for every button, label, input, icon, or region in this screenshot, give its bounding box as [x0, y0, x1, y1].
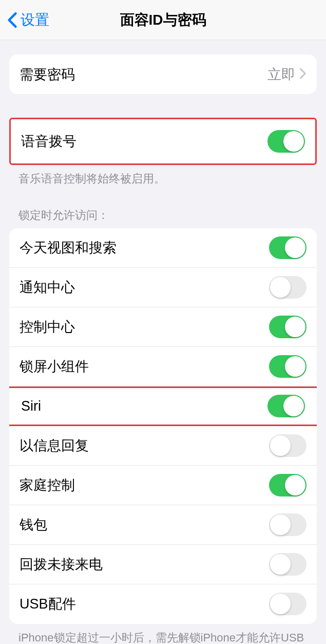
voice-dial-footer: 音乐语音控制将始终被启用。: [0, 165, 326, 187]
chevron-right-icon: [299, 68, 306, 81]
lock-access-footer: iPhone锁定超过一小时后，需先解锁iPhone才能允许USB配件连接。: [0, 624, 326, 644]
lock-access-label: 锁屏小组件: [20, 357, 269, 376]
lock-access-toggle[interactable]: [269, 236, 306, 259]
lock-access-label: 回拨未接来电: [20, 555, 269, 574]
lock-access-toggle[interactable]: [269, 513, 306, 536]
toggle-knob: [270, 554, 291, 575]
lock-access-row: 锁屏小组件: [9, 347, 317, 387]
lock-access-toggle[interactable]: [269, 434, 306, 457]
back-button[interactable]: 设置: [7, 10, 49, 30]
require-passcode-value: 立即: [267, 65, 295, 84]
lock-access-row: USB配件: [9, 584, 317, 624]
lock-access-label: 通知中心: [20, 278, 269, 297]
lock-access-label: 控制中心: [20, 318, 269, 336]
require-passcode-row[interactable]: 需要密码 立即: [9, 54, 317, 94]
voice-dial-row: 语音拨号: [11, 119, 315, 163]
lock-access-row: 钱包: [9, 505, 317, 545]
voice-dial-toggle[interactable]: [267, 130, 305, 153]
page-title: 面容ID与密码: [120, 10, 206, 30]
require-passcode-label: 需要密码: [20, 65, 267, 84]
lock-access-label: 钱包: [20, 516, 269, 534]
lock-access-row: 回拨未接来电: [9, 545, 317, 584]
lock-access-toggle[interactable]: [267, 395, 305, 417]
toggle-knob: [283, 131, 304, 152]
lock-access-label: 今天视图和搜索: [20, 238, 269, 257]
chevron-left-icon: [7, 12, 17, 28]
lock-access-row: 以信息回复: [9, 426, 317, 466]
toggle-knob: [285, 356, 305, 377]
toggle-knob: [270, 594, 291, 614]
toggle-knob: [285, 237, 305, 258]
lock-access-toggle[interactable]: [269, 276, 306, 299]
toggle-knob: [283, 396, 304, 416]
lock-access-row: 今天视图和搜索: [9, 228, 317, 268]
lock-access-label: 以信息回复: [20, 436, 269, 455]
lock-access-label: Siri: [21, 398, 267, 414]
back-label: 设置: [21, 10, 49, 30]
navigation-bar: 设置 面容ID与密码: [0, 0, 326, 40]
lock-access-section: 今天视图和搜索通知中心控制中心锁屏小组件Siri以信息回复家庭控制钱包回拨未接来…: [9, 228, 317, 624]
toggle-knob: [270, 277, 291, 298]
lock-access-toggle[interactable]: [269, 316, 306, 338]
voice-dial-section: 语音拨号: [9, 118, 317, 165]
lock-access-row: 通知中心: [9, 268, 317, 307]
lock-access-row: Siri: [9, 387, 317, 426]
toggle-knob: [285, 317, 305, 337]
lock-access-label: 家庭控制: [20, 476, 269, 494]
toggle-knob: [285, 475, 305, 495]
toggle-knob: [270, 514, 291, 535]
voice-dial-label: 语音拨号: [21, 132, 267, 151]
lock-access-row: 控制中心: [9, 307, 317, 347]
lock-access-row: 家庭控制: [9, 466, 317, 505]
lock-access-toggle[interactable]: [269, 593, 306, 615]
lock-access-label: USB配件: [20, 595, 269, 613]
require-passcode-section: 需要密码 立即: [9, 54, 317, 94]
lock-access-header: 锁定时允许访问：: [0, 195, 326, 226]
lock-access-toggle[interactable]: [269, 474, 306, 496]
lock-access-toggle[interactable]: [269, 355, 306, 378]
toggle-knob: [270, 435, 291, 456]
lock-access-toggle[interactable]: [269, 553, 306, 576]
